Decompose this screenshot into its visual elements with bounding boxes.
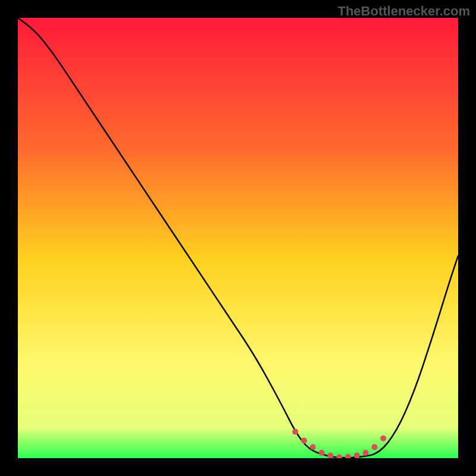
valley-dot [319, 450, 325, 456]
chart-container: TheBottlenecker.com [0, 0, 476, 476]
valley-dot [371, 444, 377, 450]
valley-dot [301, 437, 307, 443]
watermark-text: TheBottlenecker.com [337, 4, 470, 19]
gradient-background [18, 18, 458, 458]
valley-dot [363, 450, 369, 456]
valley-dot [292, 429, 298, 435]
plot-area [18, 18, 458, 458]
valley-dot [380, 436, 386, 441]
valley-dot [310, 444, 316, 450]
bottleneck-chart [18, 18, 458, 458]
